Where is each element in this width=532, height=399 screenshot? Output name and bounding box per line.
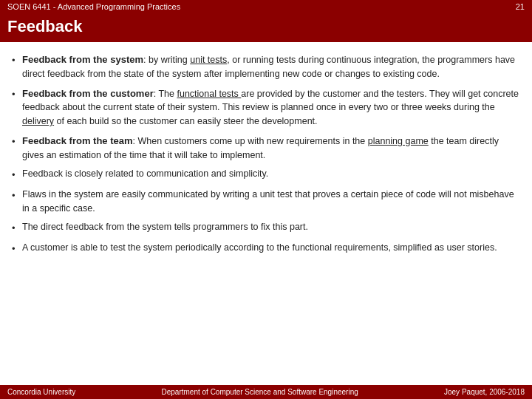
footer: Concordia University Department of Compu… xyxy=(0,385,532,399)
bold-prefix: Feedback from the customer xyxy=(22,88,154,99)
bullet-dot: • xyxy=(12,134,22,149)
bullet-text: Feedback from the team: When customers c… xyxy=(22,134,520,163)
bullet-dot: • xyxy=(12,188,22,203)
bullet-text: Feedback from the customer: The function… xyxy=(22,86,520,129)
bullet-dot: • xyxy=(12,52,22,68)
bullet-text: A customer is able to test the system pe… xyxy=(22,241,520,255)
list-item: • A customer is able to test the system … xyxy=(12,241,520,256)
bullet-text: Flaws in the system are easily communica… xyxy=(22,188,520,216)
bullet-text: The direct feedback from the system tell… xyxy=(22,220,520,234)
page-number: 21 xyxy=(516,2,525,11)
bullet-dot: • xyxy=(12,241,22,256)
bullet-dot: • xyxy=(12,220,22,236)
content-area: • Feedback from the system: by writing u… xyxy=(0,42,532,267)
underline-unit-tests: unit tests xyxy=(190,55,227,65)
list-item: • Flaws in the system are easily communi… xyxy=(12,188,520,216)
list-item: • Feedback from the customer: The functi… xyxy=(12,86,520,129)
footer-right: Joey Paquet, 2006-2018 xyxy=(444,388,525,396)
list-item: • Feedback from the team: When customers… xyxy=(12,134,520,163)
underline-delivery: delivery xyxy=(22,116,54,126)
course-title: SOEN 6441 - Advanced Programming Practic… xyxy=(7,2,180,11)
underline-planning-game: planning game xyxy=(368,136,429,146)
top-bar: SOEN 6441 - Advanced Programming Practic… xyxy=(0,0,532,13)
footer-left: Concordia University xyxy=(7,388,75,396)
list-item: • Feedback is closely related to communi… xyxy=(12,167,520,183)
bold-prefix: Feedback from the system xyxy=(22,54,143,65)
bullet-text: Feedback from the system: by writing uni… xyxy=(22,52,520,81)
page-title: Feedback xyxy=(7,17,525,36)
footer-center: Department of Computer Science and Softw… xyxy=(162,388,358,396)
list-item: • The direct feedback from the system te… xyxy=(12,220,520,236)
bullet-dot: • xyxy=(12,86,22,102)
underline-functional-tests: functional tests xyxy=(177,89,241,99)
bullet-dot: • xyxy=(12,167,22,183)
list-item: • Feedback from the system: by writing u… xyxy=(12,52,520,81)
bullet-text: Feedback is closely related to communica… xyxy=(22,167,520,181)
title-bar: Feedback xyxy=(0,13,532,42)
bold-prefix: Feedback from the team xyxy=(22,135,133,146)
